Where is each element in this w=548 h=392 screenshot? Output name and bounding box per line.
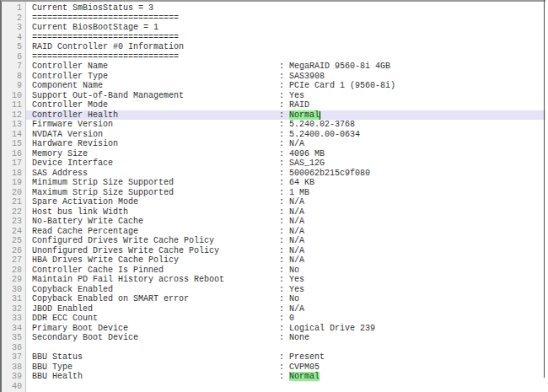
code-line: 4 ============================= bbox=[2, 33, 545, 43]
field-label: Copyback Enabled bbox=[32, 285, 279, 295]
kv-separator: : bbox=[279, 324, 289, 333]
field-label: Memory Size bbox=[32, 149, 279, 159]
kv-separator: : bbox=[279, 91, 289, 100]
code-line: 26 Unonfigured Drives Write Cache Policy… bbox=[2, 246, 545, 256]
code-line: 21 Spare Activation Mode: N/A bbox=[2, 197, 545, 207]
kv-separator: : bbox=[279, 304, 289, 314]
field-value: N/A bbox=[289, 207, 304, 217]
line-number: 32 bbox=[2, 304, 22, 314]
line-content: Primary Boot Device: Logical Drive 239 bbox=[26, 324, 545, 334]
kv-separator: : bbox=[279, 158, 289, 168]
text-area[interactable]: 1 Current SmBiosStatus = 3 2 ===========… bbox=[2, 2, 545, 391]
status-value-highlighted: Normal bbox=[289, 372, 320, 381]
line-content: Support Out-of-Band Management: Yes bbox=[26, 91, 545, 101]
field-value: Yes bbox=[289, 91, 304, 100]
line-content: Unonfigured Drives Write Cache Policy: N… bbox=[26, 246, 545, 256]
line-number: 9 bbox=[2, 81, 22, 91]
line-number: 26 bbox=[2, 246, 22, 256]
line-content: Minimum Strip Size Supported: 64 KB bbox=[26, 178, 545, 188]
line-number: 11 bbox=[2, 100, 22, 110]
code-line: 22 Host bus link Width: N/A bbox=[2, 207, 545, 217]
field-value: 0 bbox=[289, 314, 294, 323]
code-line: 19 Minimum Strip Size Supported: 64 KB bbox=[2, 178, 545, 188]
line-number: 7 bbox=[2, 62, 22, 72]
field-value: N/A bbox=[289, 197, 304, 207]
code-line: 20 Maximum Strip Size Supported: 1 MB bbox=[2, 188, 545, 198]
line-number: 40 bbox=[2, 382, 22, 392]
text-caret bbox=[320, 111, 320, 120]
field-label: JBOD Enabled bbox=[32, 304, 279, 314]
line-number: 12 bbox=[2, 110, 22, 121]
line-content: Maximum Strip Size Supported: 1 MB bbox=[26, 188, 545, 198]
line-content: Host bus link Width: N/A bbox=[26, 207, 545, 217]
field-value: N/A bbox=[289, 255, 304, 265]
field-label: Controller Mode bbox=[32, 100, 279, 110]
field-label: Hardware Revision bbox=[32, 139, 279, 149]
kv-separator: : bbox=[279, 178, 289, 187]
line-content: Memory Size: 4096 MB bbox=[26, 149, 545, 159]
line-number: 25 bbox=[2, 236, 22, 246]
code-line: 3 Current BiosBootStage = 1 bbox=[2, 23, 545, 33]
kv-separator: : bbox=[279, 139, 289, 148]
line-text: Current SmBiosStatus = 3 bbox=[32, 3, 153, 13]
line-number: 36 bbox=[2, 343, 22, 353]
line-number: 8 bbox=[2, 72, 22, 82]
line-content: RAID Controller #0 Information bbox=[26, 42, 545, 52]
field-label: Host bus link Width bbox=[32, 207, 279, 217]
line-number: 28 bbox=[2, 266, 22, 276]
line-number: 3 bbox=[2, 23, 22, 33]
kv-separator: : bbox=[279, 100, 289, 110]
line-number: 21 bbox=[2, 197, 22, 207]
code-line: 5 RAID Controller #0 Information bbox=[2, 42, 545, 52]
code-line: 29 Maintain PD Fail History across Reboo… bbox=[2, 275, 545, 285]
kv-separator: : bbox=[279, 372, 289, 381]
line-number: 22 bbox=[2, 207, 22, 217]
code-line: 27 HBA Drives Write Cache Policy: N/A bbox=[2, 255, 545, 266]
field-label: BBU Status bbox=[32, 352, 279, 362]
line-content: Hardware Revision: N/A bbox=[26, 139, 545, 149]
line-content: NVDATA Version: 5.2400.00-0634 bbox=[26, 130, 545, 140]
code-line: 37 BBU Status: Present bbox=[2, 352, 545, 362]
field-value: Present bbox=[289, 352, 325, 362]
line-content bbox=[26, 382, 545, 392]
field-label: Copyback Enabled on SMART error bbox=[32, 294, 279, 304]
field-value: 5.2400.00-0634 bbox=[289, 130, 360, 139]
line-content: Spare Activation Mode: N/A bbox=[26, 197, 545, 207]
field-value: 1 MB bbox=[289, 188, 309, 197]
field-label: DDR ECC Count bbox=[32, 314, 279, 324]
code-line: 16 Memory Size: 4096 MB bbox=[2, 149, 545, 159]
kv-separator: : bbox=[279, 236, 289, 245]
line-number: 39 bbox=[2, 372, 22, 382]
line-text: ============================= bbox=[32, 13, 179, 23]
line-number: 30 bbox=[2, 285, 22, 295]
line-number: 38 bbox=[2, 362, 22, 373]
line-text: RAID Controller #0 Information bbox=[32, 42, 184, 51]
code-line: 10 Support Out-of-Band Management: Yes bbox=[2, 91, 545, 101]
line-content: Firmware Version: 5.240.02-3768 bbox=[26, 120, 545, 130]
field-label: Firmware Version bbox=[32, 120, 279, 130]
line-number: 15 bbox=[2, 139, 22, 149]
line-content: ============================= bbox=[26, 13, 545, 24]
code-line: 18 SAS Address: 500062b215c9f080 bbox=[2, 169, 545, 179]
field-value: N/A bbox=[289, 304, 304, 314]
kv-separator: : bbox=[279, 197, 289, 207]
kv-separator: : bbox=[279, 314, 289, 323]
line-content: Current SmBiosStatus = 3 bbox=[26, 3, 545, 13]
code-line: 31 Copyback Enabled on SMART error: No bbox=[2, 294, 545, 304]
code-line: 15 Hardware Revision: N/A bbox=[2, 139, 545, 149]
line-content: Controller Mode: RAID bbox=[26, 100, 545, 110]
code-line: 25 Configured Drives Write Cache Policy:… bbox=[2, 236, 545, 246]
line-content: Controller Cache Is Pinned: No bbox=[26, 266, 545, 276]
kv-separator: : bbox=[279, 227, 289, 236]
kv-separator: : bbox=[279, 275, 289, 284]
field-value: N/A bbox=[289, 217, 304, 226]
line-number: 34 bbox=[2, 324, 22, 334]
code-line: 33 DDR ECC Count: 0 bbox=[2, 314, 545, 324]
line-number: 33 bbox=[2, 314, 22, 324]
field-label: NVDATA Version bbox=[32, 130, 279, 140]
line-content: Component Name: PCIe Card 1 (9560-8i) bbox=[26, 81, 545, 91]
line-number: 2 bbox=[2, 13, 22, 24]
line-text: Current BiosBootStage = 1 bbox=[32, 23, 158, 32]
line-content: Device Interface: SAS_12G bbox=[26, 158, 545, 169]
code-line: 32 JBOD Enabled: N/A bbox=[2, 304, 545, 314]
